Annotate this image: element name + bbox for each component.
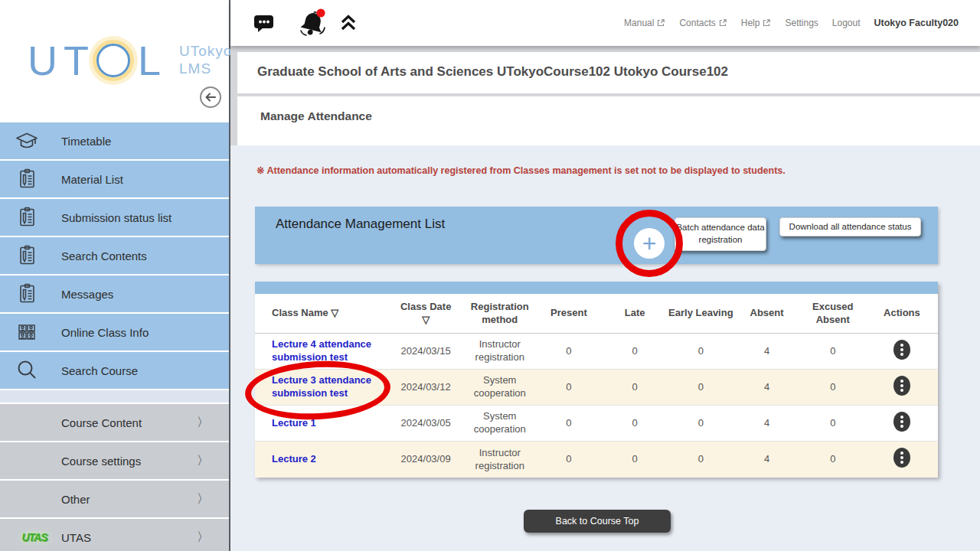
registration-method-cell: System cooperation [464,410,536,436]
table-row: Lecture 4 attendance submission test 202… [255,334,938,370]
course-title: Graduate School of Arts and Sciences UTo… [237,52,980,80]
present-cell: 0 [536,345,602,358]
sidebar-item-other[interactable]: Other 〉 [0,481,229,517]
collapse-header-icon[interactable] [339,0,358,46]
clipboard-icon [14,206,40,229]
utol-logo: UT L UTokyo LMS [28,37,232,84]
header-late: Late [602,307,668,320]
header-label: Class Date [388,301,464,314]
excused-absent-cell: 0 [800,417,866,430]
sidebar-item-material-list[interactable]: Material List [0,161,229,197]
app-window: UT L UTokyo LMS [0,0,980,551]
header-class-name[interactable]: Class Name ▽ [255,307,388,320]
settings-link[interactable]: Settings [785,18,818,28]
header-class-date[interactable]: Class Date ▽ [388,301,464,327]
sidebar-item-timetable[interactable]: Timetable [0,122,229,159]
attendance-table: Class Name ▽ Class Date ▽ Registration m… [255,282,938,478]
header-actions: Actions [866,307,938,320]
panel-title: Attendance Management List [276,217,445,232]
class-date-cell: 2024/03/09 [388,453,464,466]
sidebar-item-messages[interactable]: Messages [0,276,229,312]
clipboard-icon [14,282,40,305]
sidebar-item-search-course[interactable]: Search Course [0,352,229,389]
sidebar-item-submission-status[interactable]: Submission status list [0,199,229,236]
utas-logo-icon: UTAS [18,531,51,543]
excused-absent-cell: 0 [800,453,866,466]
sidebar-item-label: Submission status list [61,211,172,224]
clipboard-icon [14,244,40,267]
people-grid-icon [14,321,40,344]
sort-icon[interactable]: ▽ [331,307,338,318]
sidebar: UT L UTokyo LMS [0,0,230,551]
header-registration-method: Registration method [464,301,536,327]
row-actions-menu-button[interactable] [893,375,911,396]
logo-subtitle-line1: UTokyo [179,43,232,60]
help-link[interactable]: Help [741,18,772,28]
row-actions-menu-button[interactable] [893,447,911,468]
clipboard-icon [14,168,40,191]
topnav: Manual Contacts Help Settings Logout Uto… [624,0,959,46]
class-date-cell: 2024/03/15 [388,345,464,358]
class-name-link[interactable]: Lecture 4 attendance submission test [272,338,388,364]
logo-letter-l: L [138,37,167,84]
kebab-menu-icon [893,339,911,360]
sidebar-item-search-contents[interactable]: Search Contents [0,237,229,274]
help-link-label: Help [741,18,760,28]
absent-cell: 4 [733,417,799,430]
graduation-cap-icon [14,130,40,152]
sidebar-item-utas[interactable]: UTAS UTAS 〉 [0,519,229,551]
absent-cell: 4 [733,453,799,466]
sidebar-item-label: Online Class Info [61,326,149,339]
header-absent: Absent [733,307,799,320]
sidebar-item-label: Material List [61,173,123,186]
header-excused-absent: Excused Absent [800,301,866,327]
header-present: Present [536,307,602,320]
late-cell: 0 [602,453,668,466]
page-title: Manage Attendance [237,96,980,123]
manual-link[interactable]: Manual [624,18,665,28]
sidebar-item-course-content[interactable]: Course Content 〉 [0,404,229,441]
late-cell: 0 [602,381,668,394]
row-actions-menu-button[interactable] [893,339,911,360]
logout-link[interactable]: Logout [832,18,861,28]
early-leaving-cell: 0 [668,417,733,430]
sidebar-item-label: Timetable [61,135,111,148]
username: Utokyo Faculty020 [874,18,959,28]
early-leaving-cell: 0 [668,345,733,358]
logo-subtitle-line2: LMS [179,60,232,78]
sidebar-item-course-settings[interactable]: Course settings 〉 [0,442,229,479]
notification-bell-icon[interactable] [298,0,328,46]
table-row: Lecture 2 2024/03/09 Instructor registra… [255,442,938,478]
sidebar-item-label: Other [61,493,90,506]
class-name-link[interactable]: Lecture 1 [272,417,316,430]
present-cell: 0 [536,417,602,430]
registration-method-cell: System cooperation [464,374,536,400]
class-name-link[interactable]: Lecture 2 [272,453,316,466]
sidebar-item-online-class-info[interactable]: Online Class Info [0,314,229,350]
row-actions-menu-button[interactable] [893,411,911,432]
sort-icon[interactable]: ▽ [388,314,464,327]
registration-method-cell: Instructor registration [464,447,536,473]
table-row: Lecture 3 attendance submission test 202… [255,370,938,406]
absent-cell: 4 [733,345,799,358]
topbar: Manual Contacts Help Settings Logout Uto… [230,0,980,46]
late-cell: 0 [602,345,668,358]
back-to-course-top-button[interactable]: Back to Course Top [524,510,671,533]
batch-attendance-button[interactable]: Batch attendance data registration [675,217,766,251]
chat-icon[interactable] [253,0,275,46]
download-attendance-button[interactable]: Download all attendance status [779,217,921,236]
logo-subtitle: UTokyo LMS [179,43,232,78]
contacts-link[interactable]: Contacts [679,18,727,28]
sidebar-item-label: Search Contents [61,249,147,262]
contacts-link-label: Contacts [679,18,715,28]
class-name-link[interactable]: Lecture 3 attendance submission test [272,374,388,400]
logo-area: UT L UTokyo LMS [0,0,229,122]
excused-absent-cell: 0 [800,345,866,358]
sidebar-collapse-button[interactable] [199,86,222,109]
class-date-cell: 2024/03/05 [388,417,464,430]
add-attendance-button[interactable]: + [634,228,665,259]
manual-link-label: Manual [624,18,654,28]
search-icon [14,359,40,382]
kebab-menu-icon [893,411,911,432]
early-leaving-cell: 0 [668,381,733,394]
